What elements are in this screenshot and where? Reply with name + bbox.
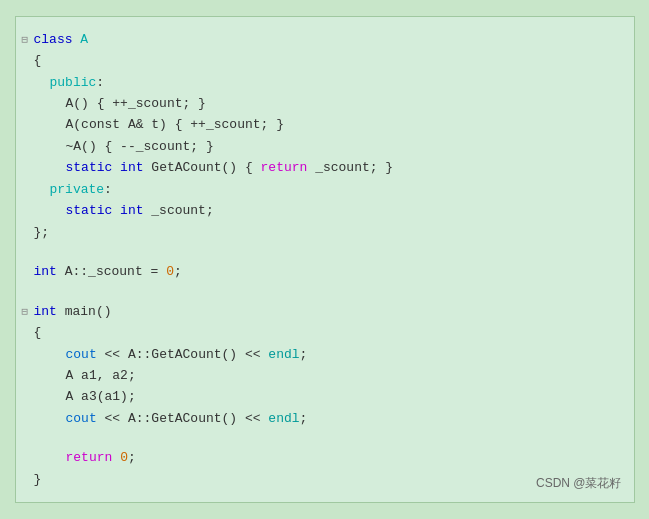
code-token: : bbox=[96, 72, 104, 93]
fold-icon bbox=[22, 283, 34, 301]
code-line: } bbox=[22, 469, 622, 490]
fold-icon bbox=[22, 159, 34, 177]
code-token: ; bbox=[128, 447, 136, 468]
code-token: static bbox=[66, 200, 121, 221]
watermark-label: CSDN @菜花籽 bbox=[536, 475, 622, 492]
code-line: }; bbox=[22, 222, 622, 243]
code-token: int bbox=[120, 157, 151, 178]
code-line: ~A() { --_scount; } bbox=[22, 136, 622, 157]
code-token: _scount; } bbox=[307, 157, 393, 178]
code-line: ⊟int main() bbox=[22, 301, 622, 322]
fold-icon bbox=[22, 449, 34, 467]
fold-icon bbox=[22, 263, 34, 281]
code-token: public bbox=[50, 72, 97, 93]
code-token: << A::GetACount() << bbox=[97, 408, 269, 429]
fold-icon bbox=[22, 243, 34, 261]
code-token: _scount; bbox=[144, 200, 214, 221]
fold-icon: ⊟ bbox=[22, 303, 34, 321]
fold-icon bbox=[22, 346, 34, 364]
code-line bbox=[22, 283, 622, 301]
code-line bbox=[22, 243, 622, 261]
code-line: private: bbox=[22, 179, 622, 200]
code-token: return bbox=[66, 447, 113, 468]
code-token: 0 bbox=[120, 447, 128, 468]
code-token: : bbox=[104, 179, 112, 200]
code-content: ⊟class A { public: A() { ++_scount; } A(… bbox=[16, 25, 634, 495]
code-token: ; bbox=[174, 261, 182, 282]
fold-icon bbox=[22, 74, 34, 92]
code-line: public: bbox=[22, 72, 622, 93]
code-token: cout bbox=[66, 408, 97, 429]
code-line: A a1, a2; bbox=[22, 365, 622, 386]
code-line: cout << A::GetACount() << endl; bbox=[22, 408, 622, 429]
code-token: return bbox=[261, 157, 308, 178]
code-token bbox=[112, 447, 120, 468]
code-token: { bbox=[34, 322, 42, 343]
code-token: A bbox=[80, 29, 88, 50]
fold-icon: ⊟ bbox=[22, 31, 34, 49]
code-line: A(const A& t) { ++_scount; } bbox=[22, 114, 622, 135]
fold-icon bbox=[22, 95, 34, 113]
code-token: class bbox=[34, 29, 81, 50]
code-token: ~A() { --_scount; } bbox=[66, 136, 214, 157]
code-token: endl bbox=[268, 344, 299, 365]
fold-icon bbox=[22, 324, 34, 342]
code-line: static int _scount; bbox=[22, 200, 622, 221]
code-token: 0 bbox=[166, 261, 174, 282]
code-token: A(const A& t) { ++_scount; } bbox=[66, 114, 284, 135]
fold-icon bbox=[22, 471, 34, 489]
fold-icon bbox=[22, 52, 34, 70]
code-token: GetACount() { bbox=[151, 157, 260, 178]
code-token: int bbox=[120, 200, 143, 221]
code-token: int bbox=[34, 301, 57, 322]
code-line: { bbox=[22, 50, 622, 71]
code-token: A() { ++_scount; } bbox=[66, 93, 206, 114]
fold-icon bbox=[22, 429, 34, 447]
code-token: endl bbox=[268, 408, 299, 429]
fold-icon bbox=[22, 181, 34, 199]
code-token: << A::GetACount() << bbox=[97, 344, 269, 365]
code-editor: ⊟class A { public: A() { ++_scount; } A(… bbox=[15, 16, 635, 504]
code-line: int A::_scount = 0; bbox=[22, 261, 622, 282]
code-line: { bbox=[22, 322, 622, 343]
code-token: ; bbox=[300, 344, 308, 365]
code-line: ⊟class A bbox=[22, 29, 622, 50]
fold-icon bbox=[22, 367, 34, 385]
code-token: static bbox=[66, 157, 121, 178]
code-token: private bbox=[50, 179, 105, 200]
fold-icon bbox=[22, 202, 34, 220]
fold-icon bbox=[22, 410, 34, 428]
code-line: A() { ++_scount; } bbox=[22, 93, 622, 114]
code-token: int bbox=[34, 261, 57, 282]
code-token: } bbox=[34, 469, 42, 490]
code-line: cout << A::GetACount() << endl; bbox=[22, 344, 622, 365]
code-token: { bbox=[34, 50, 42, 71]
code-token: ; bbox=[300, 408, 308, 429]
code-token: A a1, a2; bbox=[66, 365, 136, 386]
fold-icon bbox=[22, 138, 34, 156]
fold-icon bbox=[22, 224, 34, 242]
code-token: cout bbox=[66, 344, 97, 365]
code-line bbox=[22, 429, 622, 447]
fold-icon bbox=[22, 388, 34, 406]
code-line: static int GetACount() { return _scount;… bbox=[22, 157, 622, 178]
code-line: return 0; bbox=[22, 447, 622, 468]
fold-icon bbox=[22, 116, 34, 134]
code-token: }; bbox=[34, 222, 50, 243]
code-token: A a3(a1); bbox=[66, 386, 136, 407]
code-token: main() bbox=[57, 301, 112, 322]
code-line: A a3(a1); bbox=[22, 386, 622, 407]
code-token: A::_scount = bbox=[57, 261, 166, 282]
